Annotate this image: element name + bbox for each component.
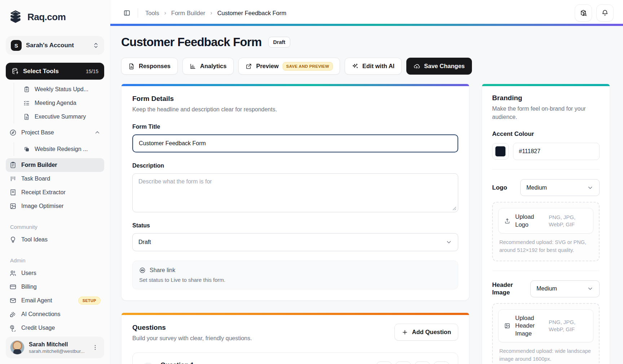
- profile-name: Sarah Mitchell: [29, 341, 86, 348]
- sidebar-item-image-optimiser[interactable]: Image Optimiser: [6, 199, 104, 213]
- question-number-badge: 1: [141, 363, 155, 364]
- user-profile-card[interactable]: Sarah Mitchell sarah.mitchell@westbur...: [6, 337, 104, 358]
- upload-header-image-button[interactable]: Upload Header Image PNG, JPG, WebP, GIF: [498, 309, 593, 342]
- select-tools-button[interactable]: Select Tools 15/15: [6, 63, 104, 80]
- sidebar-item-tool-ideas[interactable]: Tool Ideas: [6, 233, 104, 247]
- save-changes-button[interactable]: Save Changes: [406, 58, 472, 75]
- sidebar-item-weekly-status[interactable]: Weekly Status Upd...: [20, 83, 104, 96]
- chevron-right-icon: ›: [164, 10, 166, 16]
- form-details-title: Form Details: [132, 95, 458, 103]
- action-toolbar: Responses Analytics Preview SAVE AND PRE…: [121, 58, 610, 75]
- edit-with-ai-button[interactable]: Edit with AI: [345, 58, 402, 75]
- account-switcher[interactable]: S Sarah's Account: [6, 36, 104, 55]
- sidebar-item-email-agent[interactable]: Email Agent SETUP: [6, 294, 104, 307]
- chevron-up-icon: [94, 129, 101, 136]
- bell-icon-button[interactable]: [596, 4, 614, 22]
- description-textarea[interactable]: [132, 173, 458, 212]
- sidebar: Raq.com S Sarah's Account Select Tools 1…: [0, 0, 110, 364]
- chevron-down-icon: [587, 185, 593, 191]
- clipboard-icon: [23, 86, 30, 93]
- questions-subtitle: Build your survey with clear, friendly q…: [132, 334, 252, 342]
- chevron-down-icon: [587, 285, 593, 292]
- sidebar-item-billing[interactable]: Billing: [6, 280, 104, 294]
- status-badge: Draft: [268, 37, 291, 48]
- share-link-box: Share link Set status to Live to share t…: [132, 261, 458, 289]
- responses-button[interactable]: Responses: [121, 58, 178, 75]
- chevrons-up-down-icon: [93, 42, 99, 49]
- logo-formats: PNG, JPG, WebP, GIF: [549, 214, 588, 228]
- accent-colour-input[interactable]: [513, 143, 600, 160]
- header-image-size-select[interactable]: Medium: [530, 280, 600, 297]
- account-name: Sarah's Account: [26, 42, 88, 49]
- file-text-icon: [23, 114, 30, 120]
- move-down-button[interactable]: [396, 361, 411, 364]
- brand-name: Raq.com: [27, 12, 66, 23]
- external-link-icon: [246, 63, 252, 70]
- community-section-label: Community: [6, 224, 104, 230]
- duplicate-question-button[interactable]: [415, 361, 430, 364]
- breadcrumb-form-builder[interactable]: Form Builder: [171, 10, 205, 17]
- analytics-button[interactable]: Analytics: [182, 58, 234, 75]
- sidebar-item-meeting-agenda[interactable]: Meeting Agenda: [20, 96, 104, 110]
- preview-button[interactable]: Preview SAVE AND PREVIEW: [238, 58, 340, 75]
- branding-subtitle: Make the form feel on-brand for your aud…: [492, 105, 600, 121]
- header-image-formats: PNG, JPG, WebP, GIF: [549, 319, 588, 333]
- sparkles-icon: [352, 63, 358, 70]
- raq-logo-icon: [8, 9, 23, 25]
- sidebar-item-website-redesign[interactable]: Website Redesign ...: [20, 142, 104, 156]
- header-image-label: Header Image: [492, 281, 525, 297]
- copy-icon: [23, 146, 30, 152]
- logo-dropzone[interactable]: Upload Logo PNG, JPG, WebP, GIF Recommen…: [492, 202, 600, 261]
- questions-title: Questions: [132, 324, 252, 332]
- share-link-hint: Set status to Live to share this form.: [139, 277, 451, 283]
- kebab-menu-icon[interactable]: [90, 343, 100, 352]
- breadcrumb-current: Customer Feedback Form: [217, 10, 287, 17]
- breadcrumb-tools[interactable]: Tools: [145, 10, 159, 17]
- sidebar-item-receipt-extractor[interactable]: Receipt Extractor: [6, 186, 104, 199]
- form-title-input[interactable]: [132, 134, 458, 152]
- logo-size-select[interactable]: Medium: [520, 179, 600, 196]
- coins-icon: [9, 324, 17, 332]
- image-icon: [9, 203, 17, 210]
- upload-logo-button[interactable]: Upload Logo PNG, JPG, WebP, GIF: [498, 208, 593, 234]
- plug-icon: [9, 311, 17, 318]
- plus-icon: [402, 329, 408, 336]
- sidebar-item-users[interactable]: Users: [6, 266, 104, 280]
- users-icon: [9, 270, 17, 277]
- select-tools-count: 15/15: [86, 68, 98, 74]
- main-area: Tools › Form Builder › Customer Feedback…: [110, 0, 623, 364]
- status-label: Status: [132, 222, 458, 229]
- sidebar-item-task-board[interactable]: Task Board: [6, 172, 104, 186]
- sidebar-item-ai-connections[interactable]: AI Connections: [6, 307, 104, 321]
- header-image-dropzone[interactable]: Upload Header Image PNG, JPG, WebP, GIF …: [492, 303, 600, 364]
- page-content: Customer Feedback Form Draft Responses A…: [110, 26, 623, 364]
- form-details-card: Form Details Keep the headline and descr…: [121, 84, 469, 301]
- brand: Raq.com: [6, 9, 104, 25]
- branding-title: Branding: [492, 94, 600, 102]
- sidebar-toggle-icon[interactable]: [121, 7, 133, 19]
- project-sublist: Website Redesign ...: [14, 142, 104, 156]
- status-select[interactable]: Draft: [132, 233, 458, 251]
- page-title: Customer Feedback Form: [121, 35, 262, 49]
- delete-question-button[interactable]: [434, 361, 449, 364]
- breadcrumb: Tools › Form Builder › Customer Feedback…: [145, 10, 286, 17]
- kanban-icon: [9, 175, 17, 182]
- chevron-right-icon: ›: [210, 10, 212, 16]
- description-label: Description: [132, 163, 458, 169]
- compass-icon: [9, 129, 17, 136]
- sidebar-item-project-base[interactable]: Project Base: [6, 126, 104, 139]
- add-question-button[interactable]: Add Question: [394, 324, 458, 341]
- select-tools-label: Select Tools: [23, 68, 81, 75]
- header-upload-hint: Recommended upload: wide landscape image…: [498, 347, 593, 364]
- branding-card: Branding Make the form feel on-brand for…: [482, 84, 610, 364]
- move-up-button[interactable]: [376, 361, 392, 364]
- package-search-button[interactable]: [575, 4, 592, 22]
- topbar: Tools › Form Builder › Customer Feedback…: [110, 0, 623, 26]
- topbar-divider: [138, 8, 138, 18]
- sidebar-item-credit-usage[interactable]: Credit Usage: [6, 321, 104, 335]
- sidebar-item-form-builder[interactable]: Form Builder: [6, 158, 104, 172]
- resize-handle-icon[interactable]: [452, 207, 456, 210]
- colour-swatch-button[interactable]: [492, 143, 509, 160]
- logo-label: Logo: [492, 184, 507, 191]
- sidebar-item-executive-summary[interactable]: Executive Summary: [20, 110, 104, 124]
